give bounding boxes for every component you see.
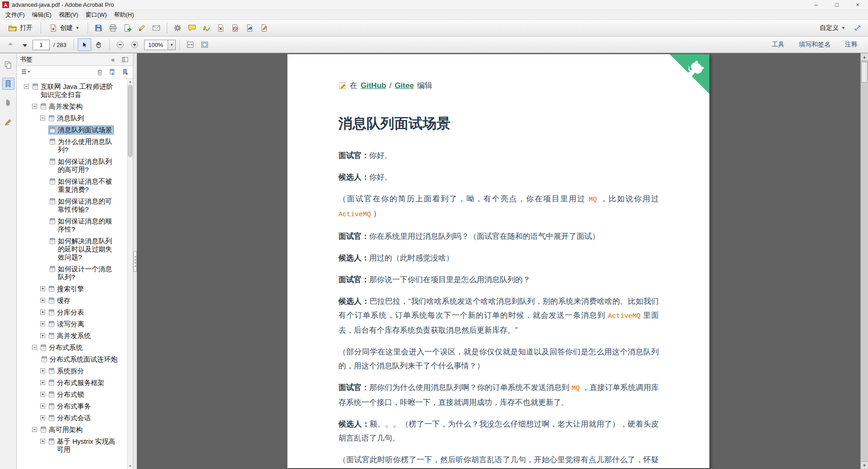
bookmark-item[interactable]: +系统拆分 [17,365,119,377]
comment-button[interactable] [185,22,199,34]
attachments-button[interactable] [2,97,14,109]
preferences-button[interactable] [171,22,184,34]
bookmark-item[interactable]: +读写分离 [17,318,119,330]
bookmark-item[interactable]: 为什么使用消息队列? [17,136,119,156]
bookmark-item[interactable]: +分库分表 [17,306,119,318]
sign-document-button[interactable] [135,22,149,34]
tree-expand-icon[interactable]: + [40,404,45,409]
bookmark-item[interactable]: 如何解决消息队列的延时以及过期失效问题? [17,235,119,263]
resize-grip-icon[interactable] [133,251,137,272]
tree-expand-icon[interactable]: + [40,368,45,373]
bookmark-item[interactable]: −高并发架构 [17,101,119,112]
fit-page-button[interactable] [198,38,211,51]
bookmark-item[interactable]: +分布式服务框架 [17,377,119,389]
page-thumbnails-button[interactable] [2,59,14,71]
document-scrollbar[interactable]: ▲ ▼ [860,53,868,469]
document-delete-button[interactable] [214,22,228,34]
zoom-in-button[interactable] [128,38,141,51]
close-button[interactable]: × [847,0,868,9]
menu-view[interactable]: 视图(V) [55,10,82,20]
customize-button[interactable]: 自定义 ▼ [815,22,850,34]
expand-current-bookmark-button[interactable] [108,68,117,77]
hand-tool-button[interactable] [92,38,106,51]
open-button[interactable]: 打开 [4,22,37,34]
delete-bookmark-button[interactable] [95,68,104,77]
menu-help[interactable]: 帮助(H) [110,10,137,20]
create-button[interactable]: 创建 ▼ [45,22,84,34]
send-file-button[interactable] [121,22,134,34]
select-tool-button[interactable] [78,38,91,51]
document-edit-button[interactable] [258,22,271,34]
tree-expand-icon[interactable]: + [40,415,45,420]
bookmarks-scrollbar-thumb[interactable] [128,85,132,157]
panel-resize-handle[interactable] [133,53,137,469]
menu-window[interactable]: 窗口(W) [82,10,110,20]
save-button[interactable] [92,22,105,34]
tree-expand-icon[interactable]: + [40,298,45,303]
panel-menu-button[interactable] [121,55,130,64]
scroll-up-icon[interactable]: ▲ [127,79,133,84]
tree-expand-icon[interactable]: + [40,333,45,338]
scroll-down-icon[interactable]: ▼ [127,463,133,469]
document-scrollbar-thumb[interactable] [861,62,868,83]
expand-toolbar-button[interactable] [851,22,864,34]
bookmark-item[interactable]: −高可用架构 [17,424,119,436]
tree-expand-icon[interactable]: + [40,439,45,444]
page-number-input[interactable] [33,40,50,50]
tree-collapse-icon[interactable]: − [32,345,37,350]
document-error-button[interactable] [229,22,242,34]
bookmark-options-button[interactable] [20,68,32,77]
maximize-button[interactable]: □ [826,0,847,9]
bookmark-item[interactable]: 如何保证消息队列的高可用? [17,156,119,176]
github-link[interactable]: GitHub [361,81,386,90]
chevron-down-icon[interactable]: ▼ [168,40,175,50]
bookmark-item[interactable]: −分布式系统 [17,342,119,353]
zoom-out-button[interactable] [113,38,127,51]
bookmark-item[interactable]: 消息队列面试场景 [17,124,119,136]
document-export-button[interactable] [243,22,257,34]
bookmark-item[interactable]: +分布式锁 [17,389,119,400]
bookmark-item[interactable]: +分布式事务 [17,400,119,412]
email-button[interactable] [150,22,163,34]
tree-expand-icon[interactable]: + [40,321,45,326]
bookmark-item[interactable]: +基于 Hystrix 实现高可用 [17,436,119,455]
bookmark-item[interactable]: 如何保证消息的顺序性? [17,215,119,235]
signature-button[interactable] [2,116,14,128]
bookmark-item[interactable]: +缓存 [17,295,119,306]
github-corner-banner[interactable] [670,54,709,94]
tree-collapse-icon[interactable]: − [40,116,45,121]
tree-expand-icon[interactable]: + [40,392,45,397]
previous-page-button[interactable] [4,38,17,51]
zoom-control[interactable]: 100% ▼ [144,40,176,50]
tree-expand-icon[interactable]: + [40,380,45,385]
fit-width-button[interactable] [183,38,197,51]
gitee-link[interactable]: Gitee [394,81,414,90]
menu-file[interactable]: 文件(F) [2,10,28,20]
bookmark-item[interactable]: +搜索引擎 [17,283,119,295]
minimize-button[interactable]: – [806,0,826,9]
scroll-up-icon[interactable]: ▲ [861,53,868,61]
tree-expand-icon[interactable]: + [40,286,45,291]
review-approve-button[interactable] [200,22,213,34]
next-page-button[interactable] [18,38,32,51]
bookmark-item[interactable]: −消息队列 [17,112,119,124]
bookmarks-scrollbar[interactable]: ▲ ▼ [127,79,133,469]
bookmark-item[interactable]: 如何设计一个消息队列? [17,263,119,283]
collapse-panel-button[interactable]: « [108,55,117,64]
bookmarks-button[interactable] [2,78,14,90]
new-bookmark-button[interactable] [121,68,130,77]
fill-sign-pane-button[interactable]: 填写和签名 [792,41,837,49]
bookmark-item[interactable]: −互联网 Java 工程师进阶知识完全扫盲 [17,81,119,101]
tree-collapse-icon[interactable]: − [32,104,37,109]
tree-expand-icon[interactable]: + [40,310,45,315]
tree-collapse-icon[interactable]: − [24,84,29,89]
comment-pane-button[interactable]: 注释 [838,41,864,49]
tools-pane-button[interactable]: 工具 [765,41,791,49]
print-button[interactable] [106,22,120,34]
bookmark-item[interactable]: +分布式会话 [17,412,119,424]
bookmark-item[interactable]: 分布式系统面试连环炮 [17,353,119,365]
bookmark-item[interactable]: 如何保证消息不被重复消费? [17,176,119,195]
scroll-down-icon[interactable]: ▼ [861,461,868,469]
tree-collapse-icon[interactable]: − [32,427,37,432]
bookmark-item[interactable]: 如何保证消息的可靠性传输? [17,195,119,215]
